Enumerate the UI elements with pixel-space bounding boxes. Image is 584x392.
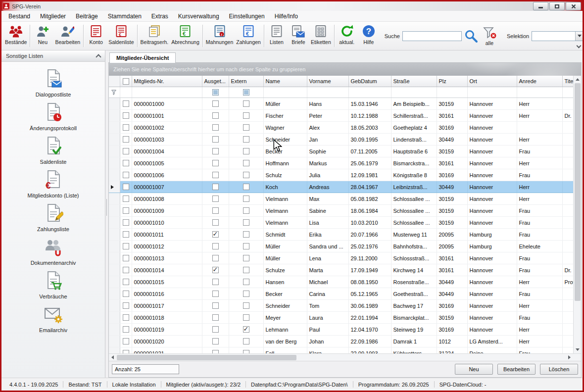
table-row[interactable]: 0000001006SchulzJulia12.09.1981Königstra… bbox=[109, 169, 574, 181]
extern-checkbox[interactable] bbox=[243, 136, 249, 143]
scroll-up-button[interactable] bbox=[574, 76, 581, 83]
toolbar-aktual-button[interactable]: aktual. bbox=[336, 23, 358, 49]
table-row[interactable]: 0000001019LehmannPaul12.04.1970Steinweg … bbox=[109, 324, 574, 336]
combobox-dropdown-button[interactable] bbox=[575, 32, 583, 41]
row-checkbox[interactable] bbox=[123, 184, 129, 190]
filter-cell-name[interactable] bbox=[263, 87, 307, 98]
extern-checkbox[interactable] bbox=[243, 279, 249, 285]
extern-checkbox[interactable] bbox=[243, 219, 249, 226]
horizontal-scrollbar[interactable] bbox=[109, 353, 581, 361]
table-row[interactable]: 0000001010VielmannLisa10.03.2010Schlossa… bbox=[109, 217, 574, 229]
row-checkbox[interactable] bbox=[123, 255, 129, 261]
scroll-right-button[interactable] bbox=[566, 354, 573, 361]
menu-item-kursverwaltung[interactable]: Kursverwaltung bbox=[173, 11, 224, 21]
toolbar-konto-button[interactable]: Konto bbox=[85, 23, 107, 49]
filter-cell-extern[interactable] bbox=[229, 87, 263, 98]
table-row[interactable]: 0000001004BeckerSophie07.11.2005Hauptstr… bbox=[109, 146, 574, 157]
row-checkbox[interactable] bbox=[123, 267, 129, 273]
sidebar-item-dokumentenarchiv[interactable]: Dokumentenarchiv bbox=[3, 234, 103, 268]
sidebar-item-emailarchiv[interactable]: Emailarchiv bbox=[3, 301, 103, 335]
filter-cell-anrede[interactable] bbox=[517, 87, 562, 98]
column-header-mitglieds-nr[interactable]: Mitglieds-Nr. bbox=[132, 76, 202, 87]
sidebar-item-mitgliedskonto-liste[interactable]: €Mitgliedskonto (Liste) bbox=[3, 167, 103, 200]
extern-checkbox[interactable] bbox=[243, 148, 249, 154]
extern-checkbox[interactable] bbox=[243, 196, 249, 202]
ausget-checkbox[interactable] bbox=[212, 219, 219, 226]
menu-item-bestand[interactable]: Bestand bbox=[3, 11, 35, 21]
ausget-checkbox[interactable] bbox=[212, 338, 219, 344]
scroll-down-button[interactable] bbox=[574, 346, 581, 353]
row-checkbox[interactable] bbox=[123, 136, 129, 143]
extern-checkbox[interactable] bbox=[243, 267, 249, 273]
table-row[interactable]: 0000001017SchneiderTom30.06.1989Bachweg … bbox=[109, 300, 574, 312]
row-checkbox[interactable] bbox=[123, 219, 129, 226]
table-row[interactable]: 0000001007KochAndreas28.04.1967Leibnizst… bbox=[109, 181, 574, 193]
toolbar-saldenliste-button[interactable]: €Saldenliste bbox=[107, 23, 135, 49]
sidebar-header[interactable]: Sonstige Listen bbox=[1, 50, 105, 62]
extern-checkbox[interactable] bbox=[243, 172, 249, 178]
filter-cell-vorname[interactable] bbox=[307, 87, 348, 98]
extern-checkbox[interactable] bbox=[243, 326, 249, 333]
ausget-checkbox[interactable] bbox=[212, 172, 219, 178]
table-row[interactable]: 0000001014SchulzeMarta17.09.1949Kirchweg… bbox=[109, 264, 574, 276]
toolbar-bestaende-button[interactable]: Bestände bbox=[3, 23, 28, 49]
column-header-ausget[interactable]: Ausget... bbox=[202, 76, 229, 87]
ausget-checkbox[interactable] bbox=[212, 243, 219, 249]
ausget-checkbox[interactable] bbox=[212, 255, 219, 261]
extern-checkbox[interactable] bbox=[243, 184, 249, 190]
extern-checkbox[interactable] bbox=[243, 207, 249, 214]
column-header-strasse[interactable]: Straße bbox=[391, 76, 437, 87]
toolbar-listen-button[interactable]: Listen bbox=[266, 23, 288, 49]
ausget-checkbox[interactable] bbox=[212, 124, 219, 131]
filter-cell-ausget[interactable] bbox=[202, 87, 229, 98]
search-input[interactable] bbox=[402, 31, 462, 41]
ausget-checkbox[interactable] bbox=[212, 196, 219, 202]
row-checkbox[interactable] bbox=[123, 112, 129, 119]
row-checkbox[interactable] bbox=[123, 314, 129, 321]
toolbar-abrechnung-button[interactable]: €Abrechnung bbox=[170, 23, 201, 49]
table-row[interactable]: 0000001021FallKlara22.09.1993Kühlwetters… bbox=[109, 347, 574, 354]
extern-checkbox[interactable] bbox=[243, 255, 249, 261]
extern-checkbox[interactable] bbox=[243, 243, 249, 249]
ausget-checkbox[interactable] bbox=[212, 291, 219, 297]
extern-checkbox[interactable] bbox=[243, 100, 249, 107]
vertical-scrollbar-thumb[interactable] bbox=[575, 83, 581, 301]
toolbar-hilfe-button[interactable]: ?Hilfe bbox=[358, 23, 380, 49]
table-row[interactable]: 0000001018MeyerLaura22.01.1994Bismarckpl… bbox=[109, 312, 574, 324]
toolbar-bearbeiten-button[interactable]: Bearbeiten bbox=[53, 23, 82, 49]
extern-checkbox[interactable] bbox=[243, 338, 249, 344]
table-row[interactable]: 0000001002WagnerAlex18.05.2003Goetheplat… bbox=[109, 122, 574, 134]
column-header-name[interactable]: Name bbox=[263, 76, 307, 87]
maximize-button[interactable] bbox=[549, 2, 565, 10]
toolbar-briefe-button[interactable]: Briefe bbox=[288, 23, 309, 49]
ausget-checkbox[interactable] bbox=[212, 184, 219, 190]
row-checkbox[interactable] bbox=[123, 279, 129, 285]
filter-cell-mitglieds-nr[interactable] bbox=[132, 87, 202, 98]
extern-checkbox[interactable] bbox=[243, 302, 249, 309]
row-checkbox[interactable] bbox=[123, 148, 129, 154]
column-header-vorname[interactable]: Vorname bbox=[307, 76, 348, 87]
extern-checkbox[interactable] bbox=[243, 291, 249, 297]
ausget-checkbox[interactable] bbox=[212, 302, 219, 309]
filter-extern-checkbox[interactable] bbox=[243, 89, 249, 96]
extern-checkbox[interactable] bbox=[243, 160, 249, 166]
select-all-checkbox[interactable] bbox=[123, 78, 129, 85]
ausget-checkbox[interactable] bbox=[212, 326, 219, 333]
row-checkbox[interactable] bbox=[123, 326, 129, 333]
neu-button[interactable]: Neu bbox=[455, 364, 493, 375]
column-header-anrede[interactable]: Anrede bbox=[517, 76, 562, 87]
column-header-ort[interactable]: Ort bbox=[467, 76, 517, 87]
extern-checkbox[interactable] bbox=[243, 231, 249, 238]
menu-item-einstellungen[interactable]: Einstellungen bbox=[224, 11, 270, 21]
row-checkbox[interactable] bbox=[123, 207, 129, 214]
toolbar-zahlungen-button[interactable]: €Zahlungen bbox=[235, 23, 262, 49]
row-checkbox[interactable] bbox=[123, 350, 129, 353]
filter-cell-titel[interactable] bbox=[562, 87, 574, 98]
menu-item-stammdaten[interactable]: Stammdaten bbox=[103, 11, 146, 21]
search-filter-clear-button[interactable]: alle bbox=[481, 26, 498, 46]
toolbar-neu-button[interactable]: Neu bbox=[32, 23, 53, 49]
row-checkbox[interactable] bbox=[123, 291, 129, 297]
column-header-plz[interactable]: Plz bbox=[437, 76, 467, 87]
ausget-checkbox[interactable] bbox=[212, 160, 219, 166]
row-checkbox[interactable] bbox=[123, 196, 129, 202]
